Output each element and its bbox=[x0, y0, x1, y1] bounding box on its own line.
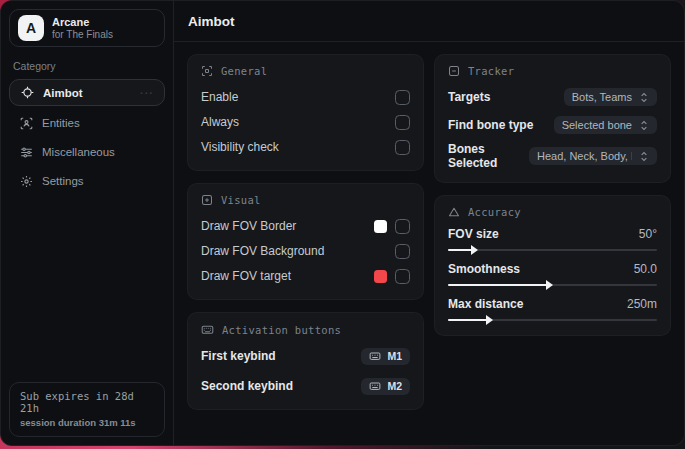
subscription-info: Sub expires in 28d 21h session duration … bbox=[9, 382, 165, 437]
visibility-check-checkbox[interactable] bbox=[395, 140, 410, 155]
card-title: Tracker bbox=[468, 65, 514, 77]
content: General Enable Always Visibility check bbox=[174, 42, 684, 434]
setting-row: Draw FOV target bbox=[201, 265, 410, 287]
brand-text: Arcane for The Finals bbox=[52, 16, 134, 40]
setting-row: Visibility check bbox=[201, 136, 410, 158]
smoothness-slider-group: Smoothness 50.0 bbox=[448, 262, 657, 286]
activation-card-header: Activation buttons bbox=[201, 323, 410, 336]
setting-row: Enable bbox=[201, 86, 410, 108]
setting-label: Second keybind bbox=[201, 379, 293, 393]
sidebar-item-settings[interactable]: Settings bbox=[9, 167, 165, 195]
general-card: General Enable Always Visibility check bbox=[187, 54, 424, 171]
keyboard-icon bbox=[369, 350, 381, 362]
app-logo: A bbox=[18, 15, 44, 41]
setting-label: Enable bbox=[201, 90, 238, 104]
plus-box-icon bbox=[201, 194, 213, 206]
visual-card: Visual Draw FOV Border Draw FOV Backgrou… bbox=[187, 183, 424, 300]
setting-label: Find bone type bbox=[448, 118, 533, 132]
select-value: Bots, Teams bbox=[572, 91, 632, 103]
general-card-header: General bbox=[201, 65, 410, 77]
select-value: Head, Neck, Body, Pe.. bbox=[537, 150, 632, 162]
setting-row: Always bbox=[201, 111, 410, 133]
setting-row: Find bone type Selected bone bbox=[448, 114, 657, 136]
fov-size-slider-group: FOV size 50° bbox=[448, 227, 657, 251]
accuracy-card-header: Accuracy bbox=[448, 206, 657, 218]
smoothness-slider[interactable] bbox=[448, 284, 657, 286]
sidebar-item-label: Miscellaneous bbox=[42, 146, 115, 158]
sidebar-item-entities[interactable]: Entities bbox=[9, 109, 165, 137]
slider-label: Smoothness bbox=[448, 262, 520, 276]
session-duration-text: session duration 31m 11s bbox=[20, 417, 154, 428]
card-title: Accuracy bbox=[468, 206, 521, 218]
bones-selected-select[interactable]: Head, Neck, Body, Pe.. bbox=[529, 147, 657, 165]
find-bone-type-select[interactable]: Selected bone bbox=[554, 116, 657, 134]
keybind-value: M2 bbox=[387, 380, 402, 392]
setting-row: Draw FOV Background bbox=[201, 240, 410, 262]
slider-thumb[interactable] bbox=[546, 280, 553, 290]
always-checkbox[interactable] bbox=[395, 115, 410, 130]
sidebar-nav: Aimbot ··· Entities bbox=[9, 79, 165, 196]
draw-fov-target-checkbox[interactable] bbox=[395, 269, 410, 284]
select-value: Selected bone bbox=[562, 119, 632, 131]
setting-label: First keybind bbox=[201, 349, 276, 363]
slider-value: 250m bbox=[627, 297, 657, 311]
sidebar-item-aimbot[interactable]: Aimbot ··· bbox=[9, 79, 165, 106]
triangle-icon bbox=[448, 206, 460, 218]
chevrons-up-down-icon bbox=[639, 92, 649, 103]
gear-icon[interactable] bbox=[142, 21, 156, 35]
color-swatch[interactable] bbox=[374, 270, 387, 283]
color-swatch[interactable] bbox=[374, 220, 387, 233]
minus-box-icon bbox=[448, 65, 460, 77]
sub-expiry-text: Sub expires in 28d 21h bbox=[20, 390, 154, 414]
right-column: Tracker Targets Bots, Teams Find bone ty… bbox=[434, 54, 671, 348]
entities-icon bbox=[19, 116, 33, 130]
card-title: General bbox=[221, 65, 267, 77]
setting-row: Targets Bots, Teams bbox=[448, 86, 657, 108]
app-window: A Arcane for The Finals Category bbox=[0, 0, 685, 446]
enable-checkbox[interactable] bbox=[395, 90, 410, 105]
dashed-box-icon bbox=[201, 65, 213, 77]
slider-label: Max distance bbox=[448, 297, 523, 311]
left-column: General Enable Always Visibility check bbox=[187, 54, 424, 422]
slider-value: 50° bbox=[639, 227, 657, 241]
slider-label: FOV size bbox=[448, 227, 499, 241]
chevrons-up-down-icon bbox=[639, 120, 649, 131]
sidebar-item-label: Settings bbox=[42, 175, 84, 187]
accuracy-card: Accuracy FOV size 50° bbox=[434, 195, 671, 336]
sidebar-item-miscellaneous[interactable]: Miscellaneous bbox=[9, 138, 165, 166]
sidebar-item-label: Aimbot bbox=[43, 87, 83, 99]
card-title: Visual bbox=[221, 194, 261, 206]
main-panel: Aimbot General Enable bbox=[174, 1, 684, 445]
visual-card-header: Visual bbox=[201, 194, 410, 206]
slider-thumb[interactable] bbox=[471, 245, 478, 255]
setting-label: Draw FOV Border bbox=[201, 219, 296, 233]
fov-size-slider[interactable] bbox=[448, 249, 657, 251]
slider-thumb[interactable] bbox=[486, 315, 493, 325]
category-label: Category bbox=[13, 60, 165, 72]
keyboard-icon bbox=[201, 323, 214, 336]
gear-icon bbox=[19, 174, 33, 188]
setting-row: Draw FOV Border bbox=[201, 215, 410, 237]
targets-select[interactable]: Bots, Teams bbox=[564, 88, 657, 106]
keybind-value: M1 bbox=[387, 350, 402, 362]
max-distance-slider[interactable] bbox=[448, 319, 657, 321]
sidebar-item-label: Entities bbox=[42, 117, 80, 129]
setting-row: First keybind M1 bbox=[201, 345, 410, 367]
draw-fov-background-checkbox[interactable] bbox=[395, 244, 410, 259]
second-keybind-button[interactable]: M2 bbox=[361, 378, 410, 395]
app-subtitle: for The Finals bbox=[52, 29, 134, 41]
draw-fov-border-checkbox[interactable] bbox=[395, 219, 410, 234]
brand-card: A Arcane for The Finals bbox=[9, 9, 165, 47]
first-keybind-button[interactable]: M1 bbox=[361, 348, 410, 365]
setting-label: Draw FOV target bbox=[201, 269, 291, 283]
sliders-icon bbox=[19, 145, 33, 159]
setting-label: Visibility check bbox=[201, 140, 279, 154]
main-header: Aimbot bbox=[174, 1, 684, 42]
setting-label: Always bbox=[201, 115, 239, 129]
setting-row: Bones Selected Head, Neck, Body, Pe.. bbox=[448, 142, 657, 170]
card-title: Activation buttons bbox=[222, 324, 341, 336]
slider-value: 50.0 bbox=[634, 262, 657, 276]
setting-label: Draw FOV Background bbox=[201, 244, 324, 258]
ellipsis-icon: ··· bbox=[140, 87, 154, 99]
tracker-card: Tracker Targets Bots, Teams Find bone ty… bbox=[434, 54, 671, 183]
